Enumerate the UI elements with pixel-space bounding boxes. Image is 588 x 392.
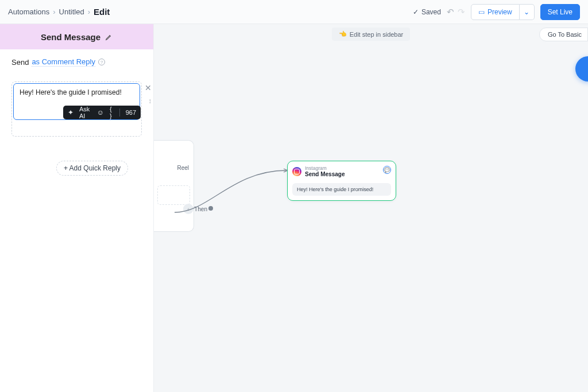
redo-icon[interactable]: ↷ xyxy=(458,7,465,17)
node-platform: Instagram xyxy=(305,166,345,171)
node-message-bubble: Hey! Here's the guide I promised! xyxy=(292,183,391,196)
breadcrumb-mid[interactable]: Untitled xyxy=(59,7,84,16)
chevron-right-icon: › xyxy=(53,7,55,16)
preview-label: Preview xyxy=(488,8,512,16)
braces-icon[interactable]: { } xyxy=(110,106,114,119)
trigger-reel-label: Reel xyxy=(177,165,189,171)
device-icon: ▭ xyxy=(478,8,485,16)
then-label: Then xyxy=(194,206,207,212)
go-to-basic-button[interactable]: Go To Basic xyxy=(539,28,588,41)
step-editor-panel: Send Message Send as Comment Reply ? ✕ ↕… xyxy=(0,24,154,392)
edit-step-hint: 👈 Edit step in sidebar xyxy=(332,28,411,41)
edit-step-label: Edit step in sidebar xyxy=(350,31,404,38)
send-message-node[interactable]: Instagram Send Message 💬 Hey! Here's the… xyxy=(287,161,396,201)
char-count: 967 xyxy=(126,109,136,116)
saved-status: ✓ Saved xyxy=(413,8,441,16)
reply-icon: 💬 xyxy=(383,166,391,174)
emoji-icon[interactable]: ☺ xyxy=(97,108,104,117)
set-live-button[interactable]: Set Live xyxy=(540,4,580,20)
trigger-slot[interactable] xyxy=(157,185,190,205)
output-port[interactable] xyxy=(208,206,213,211)
send-mode-link[interactable]: as Comment Reply xyxy=(32,57,95,67)
separator xyxy=(119,108,120,117)
sparkle-icon[interactable]: ✦ xyxy=(68,108,74,117)
resize-icon[interactable]: ↕ xyxy=(148,97,152,105)
ask-ai-button[interactable]: Ask AI xyxy=(79,106,91,119)
send-label: Send xyxy=(11,58,29,67)
check-icon: ✓ xyxy=(413,8,419,16)
breadcrumb-root[interactable]: Automations xyxy=(8,7,49,16)
breadcrumb-current: Edit xyxy=(94,7,110,17)
then-circle-icon: ‹ xyxy=(183,204,194,214)
point-left-icon: 👈 xyxy=(339,30,347,38)
add-quick-reply-button[interactable]: + Add Quick Reply xyxy=(56,161,128,176)
edit-icon[interactable] xyxy=(105,33,113,41)
message-composer: ✕ ↕ ✦ Ask AI ☺ { } 967 xyxy=(11,81,142,137)
panel-title: Send Message xyxy=(41,32,100,42)
saved-label: Saved xyxy=(421,8,441,16)
trigger-node[interactable]: Reel ‹ Then xyxy=(154,140,194,232)
preview-dropdown[interactable]: ⌄ xyxy=(520,4,535,20)
set-live-label: Set Live xyxy=(548,8,572,16)
node-title: Send Message xyxy=(305,171,345,177)
undo-icon[interactable]: ↶ xyxy=(447,7,454,17)
message-input[interactable] xyxy=(14,84,140,104)
help-icon[interactable]: ? xyxy=(98,59,105,65)
close-icon[interactable]: ✕ xyxy=(145,83,152,92)
preview-button[interactable]: ▭ Preview xyxy=(471,4,520,20)
flow-canvas[interactable]: 👈 Edit step in sidebar Go To Basic Reel … xyxy=(154,24,588,392)
instagram-icon xyxy=(292,167,301,176)
breadcrumb: Automations › Untitled › Edit xyxy=(8,7,110,17)
composer-toolbar: ✦ Ask AI ☺ { } 967 xyxy=(63,106,141,119)
panel-title-row: Send Message xyxy=(0,24,153,49)
chevron-down-icon: ⌄ xyxy=(524,8,529,16)
help-fab[interactable] xyxy=(575,56,588,81)
chevron-right-icon: › xyxy=(88,7,90,16)
